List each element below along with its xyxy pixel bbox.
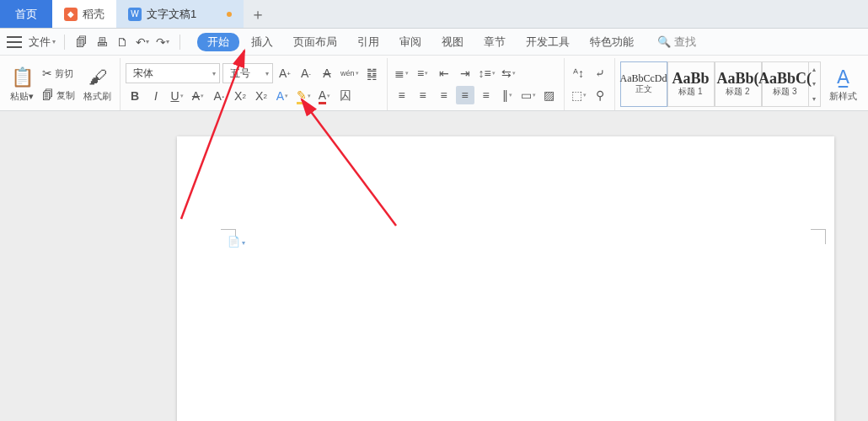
strikethrough-button[interactable]: A▾ xyxy=(189,87,207,105)
char-border-button[interactable]: 囚 xyxy=(336,87,355,105)
file-menu[interactable]: 文件 ▾ xyxy=(29,35,56,50)
ribbon-group-styles: AaBbCcDd 正文 AaBb 标题 1 AaBb( 标题 2 AaBbC( … xyxy=(614,58,865,110)
font-size-select[interactable]: 五号▾ xyxy=(222,63,273,83)
hamburger-icon[interactable] xyxy=(7,36,22,48)
numbering-button[interactable]: ≡▾ xyxy=(414,64,432,83)
scroll-up-icon[interactable]: ▴ xyxy=(809,62,820,77)
para-shading-button[interactable]: ▨ xyxy=(540,86,559,104)
new-tab-button[interactable]: ＋ xyxy=(244,0,272,28)
search-box[interactable]: 🔍 查找 xyxy=(657,35,696,50)
page-icon: 📄 xyxy=(228,236,240,248)
new-style-button[interactable]: A̲ 新样式 xyxy=(826,67,860,103)
save-icon[interactable]: 🗐 xyxy=(73,34,90,51)
style-heading2[interactable]: AaBb( 标题 2 xyxy=(715,61,762,107)
ribbon-tab-references[interactable]: 引用 xyxy=(349,35,388,50)
increase-indent-button[interactable]: ⇥ xyxy=(456,64,474,83)
new-style-label: 新样式 xyxy=(829,90,857,103)
style-preview: AaBb xyxy=(672,71,710,86)
tab-document[interactable]: W 文字文稿1 xyxy=(116,0,244,28)
ribbon-tabs: 开始 插入 页面布局 引用 审阅 视图 章节 开发工具 特色功能 xyxy=(197,33,642,51)
ribbon-tab-start[interactable]: 开始 xyxy=(197,33,239,51)
format-painter-button[interactable]: 🖌 格式刷 xyxy=(80,67,115,103)
text-wrap-button[interactable]: ⤶ xyxy=(591,64,609,83)
style-normal[interactable]: AaBbCcDd 正文 xyxy=(620,61,667,107)
caret-down-icon: ▾ xyxy=(52,38,56,45)
align-left-button[interactable]: ≡ xyxy=(393,86,411,104)
align-center-button[interactable]: ≡ xyxy=(414,86,432,104)
search-placeholder: 查找 xyxy=(674,35,696,50)
italic-label: I xyxy=(154,89,158,103)
print-icon[interactable]: 🖶 xyxy=(94,34,110,51)
font-color-button[interactable]: A▾ xyxy=(315,87,334,105)
para-border-button[interactable]: ▭▾ xyxy=(519,86,538,104)
font-size-value: 五号 xyxy=(230,67,250,81)
bullets-button[interactable]: ≣▾ xyxy=(393,64,411,83)
highlight-color-button[interactable]: ✎▾ xyxy=(294,87,313,105)
shrink-font-button[interactable]: A- xyxy=(297,64,315,83)
align-justify-button[interactable]: ≡ xyxy=(456,86,474,104)
line-height-button[interactable]: ‖▾ xyxy=(498,86,517,104)
font-family-value: 宋体 xyxy=(133,67,153,81)
subscript-button[interactable]: X2 xyxy=(252,87,271,105)
ribbon-group-textdir: ᴬ↕ ⤶ ⬚▾ ⚲ xyxy=(564,58,614,110)
text-direction-button[interactable]: ᴬ↕ xyxy=(570,64,588,83)
style-heading1[interactable]: AaBb 标题 1 xyxy=(667,61,715,107)
ribbon: 📋 粘贴▾ ✂剪切 🗐复制 🖌 格式刷 宋体▾ 五号▾ xyxy=(0,56,868,111)
change-case-button[interactable]: ䷜ xyxy=(363,64,382,83)
style-gallery: AaBbCcDd 正文 AaBb 标题 1 AaBb( 标题 2 AaBbC( … xyxy=(620,61,821,107)
emphasis-mark-button[interactable]: A· xyxy=(210,87,228,105)
ribbon-tab-layout[interactable]: 页面布局 xyxy=(285,35,346,50)
document-page[interactable]: 📄▾ xyxy=(177,136,834,421)
undo-icon[interactable]: ↶▾ xyxy=(134,34,151,51)
find-replace-button[interactable]: ⚲ xyxy=(591,86,609,104)
font-family-select[interactable]: 宋体▾ xyxy=(126,63,220,83)
line-spacing-button[interactable]: ↕≡▾ xyxy=(477,64,497,83)
ribbon-group-clipboard: 📋 粘贴▾ ✂剪切 🗐复制 🖌 格式刷 xyxy=(2,58,120,110)
print-preview-icon[interactable]: 🗋 xyxy=(114,34,131,51)
style-label: 标题 3 xyxy=(773,86,796,98)
tab-document-label: 文字文稿1 xyxy=(147,7,196,22)
paste-icon: 📋 xyxy=(11,67,34,88)
unsaved-dot-icon xyxy=(227,12,232,17)
align-right-button[interactable]: ≡ xyxy=(435,86,453,104)
expand-styles-icon[interactable]: ▾ xyxy=(809,92,820,106)
style-label: 标题 2 xyxy=(726,86,749,98)
style-label: 正文 xyxy=(635,83,652,95)
underline-button[interactable]: U▾ xyxy=(168,87,186,105)
clear-format-button[interactable]: A xyxy=(318,64,336,83)
paste-button[interactable]: 📋 粘贴▾ xyxy=(7,67,37,103)
copy-button[interactable]: 🗐复制 xyxy=(40,86,77,104)
separator xyxy=(179,35,180,50)
ribbon-tab-insert[interactable]: 插入 xyxy=(243,35,281,50)
style-preview: AaBbCcDd xyxy=(620,73,667,83)
cut-button[interactable]: ✂剪切 xyxy=(40,64,75,83)
italic-button[interactable]: I xyxy=(147,87,165,105)
ribbon-tab-review[interactable]: 审阅 xyxy=(391,35,430,50)
ribbon-tab-special[interactable]: 特色功能 xyxy=(581,35,642,50)
paste-label: 粘贴 xyxy=(10,91,29,101)
tab-docker-label: 稻壳 xyxy=(83,7,104,22)
tab-home[interactable]: 首页 xyxy=(0,0,52,28)
scroll-down-icon[interactable]: ▾ xyxy=(809,77,820,91)
superscript-button[interactable]: X2 xyxy=(231,87,249,105)
header-footer-toggle[interactable]: 📄▾ xyxy=(228,236,245,248)
margin-corner-tr-icon xyxy=(811,229,826,244)
ribbon-tab-section[interactable]: 章节 xyxy=(475,35,514,50)
ribbon-group-font: 宋体▾ 五号▾ A+ A- A wén▾ ䷜ B I U▾ A▾ A· X2 X… xyxy=(120,58,387,110)
style-label: 标题 1 xyxy=(678,86,702,98)
bold-label: B xyxy=(131,89,139,103)
ribbon-tab-view[interactable]: 视图 xyxy=(433,35,472,50)
style-gallery-more[interactable]: ▴ ▾ ▾ xyxy=(809,61,821,107)
ribbon-tab-devtools[interactable]: 开发工具 xyxy=(517,35,578,50)
text-effects-button[interactable]: A▾ xyxy=(273,87,292,105)
style-heading3[interactable]: AaBbC( 标题 3 xyxy=(762,61,809,107)
redo-icon[interactable]: ↷▾ xyxy=(154,34,171,51)
decrease-indent-button[interactable]: ⇤ xyxy=(435,64,453,83)
grow-font-button[interactable]: A+ xyxy=(276,64,294,83)
select-button[interactable]: ⬚▾ xyxy=(570,86,588,104)
bold-button[interactable]: B xyxy=(126,87,144,105)
tab-docker[interactable]: ◆ 稻壳 xyxy=(52,0,116,28)
align-distribute-button[interactable]: ≡ xyxy=(477,86,496,104)
phonetic-guide-button[interactable]: wén▾ xyxy=(339,64,361,83)
tab-stop-button[interactable]: ⇆▾ xyxy=(500,64,518,83)
